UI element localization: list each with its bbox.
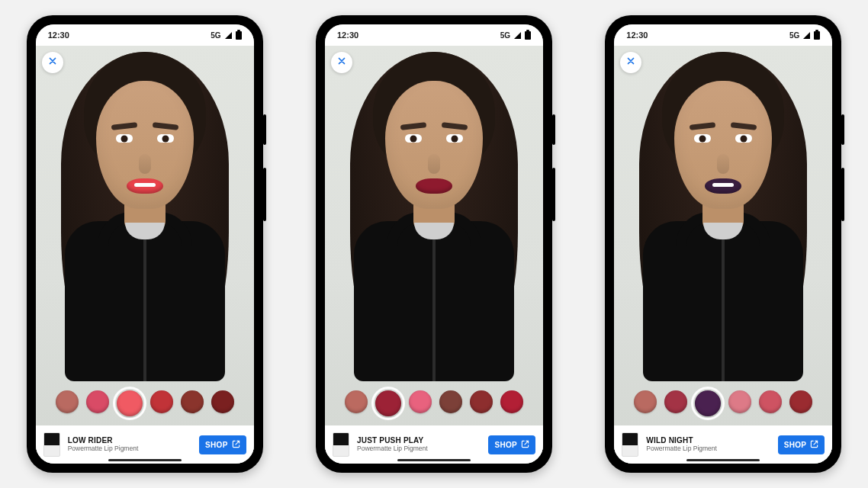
ar-camera-view: LOW RIDER Powermatte Lip Pigment SHOP — [36, 46, 254, 464]
color-swatch[interactable] — [759, 390, 782, 413]
battery-icon — [814, 31, 820, 40]
zipper — [432, 221, 436, 381]
signal-icon — [514, 32, 521, 39]
face — [96, 81, 194, 209]
battery-icon — [236, 31, 242, 40]
eye — [405, 134, 422, 143]
eyebrow — [400, 122, 427, 130]
status-bar: 12:30 5G — [325, 24, 543, 46]
color-swatch[interactable] — [181, 390, 204, 413]
eyebrow — [442, 122, 468, 130]
status-time: 12:30 — [48, 30, 69, 40]
zipper — [722, 221, 725, 381]
product-bar: JUST PUSH PLAY Powermatte Lip Pigment SH… — [325, 425, 543, 464]
product-bar: LOW RIDER Powermatte Lip Pigment SHOP — [36, 425, 254, 464]
color-swatch[interactable] — [86, 390, 109, 413]
nose — [717, 154, 729, 174]
user-portrait — [346, 49, 522, 377]
color-swatch[interactable] — [500, 390, 523, 413]
phone-side-button — [841, 168, 844, 221]
shop-button[interactable]: SHOP — [488, 435, 535, 454]
lips — [416, 178, 452, 194]
zipper — [143, 221, 146, 381]
phone-side-button — [263, 114, 266, 145]
color-swatch[interactable] — [211, 390, 234, 413]
teeth — [712, 183, 734, 187]
home-indicator[interactable] — [108, 459, 182, 461]
external-link-icon — [810, 440, 818, 450]
status-bar: 12:30 5G — [614, 24, 832, 46]
shop-button-label: SHOP — [784, 441, 807, 449]
phone-screen: 12:30 5G — [325, 24, 543, 464]
product-thumbnail — [622, 432, 638, 457]
close-icon — [336, 56, 347, 69]
phone-mockup: 12:30 5G — [605, 15, 841, 473]
home-indicator[interactable] — [397, 459, 471, 461]
color-swatch[interactable] — [409, 390, 432, 413]
status-time: 12:30 — [626, 30, 648, 40]
color-swatch[interactable] — [439, 390, 462, 413]
phone-screen: 12:30 5G — [614, 24, 832, 464]
shop-button-label: SHOP — [205, 441, 228, 449]
color-swatch[interactable] — [345, 390, 368, 413]
status-network: 5G — [789, 31, 799, 40]
eye — [116, 134, 133, 143]
shop-button[interactable]: SHOP — [778, 435, 825, 454]
eyebrow — [731, 122, 757, 130]
product-bar: WILD NIGHT Powermatte Lip Pigment SHOP — [614, 425, 832, 464]
signal-icon — [803, 32, 810, 39]
status-network: 5G — [211, 31, 220, 40]
status-bar: 12:30 5G — [36, 24, 254, 46]
color-swatch[interactable] — [664, 390, 687, 413]
external-link-icon — [521, 440, 529, 450]
product-subtitle: Powermatte Lip Pigment — [68, 445, 191, 453]
shop-button-label: SHOP — [494, 441, 517, 449]
face — [674, 81, 772, 209]
phone-side-button — [552, 168, 555, 221]
eyebrow — [111, 122, 137, 130]
product-text: WILD NIGHT Powermatte Lip Pigment — [646, 436, 770, 452]
color-swatch-row — [325, 390, 543, 416]
color-swatch[interactable] — [634, 390, 657, 413]
product-text: LOW RIDER Powermatte Lip Pigment — [68, 436, 191, 452]
shop-button[interactable]: SHOP — [199, 435, 246, 454]
nose — [428, 154, 440, 174]
eyebrow — [152, 122, 178, 130]
close-icon — [625, 56, 636, 69]
nose — [139, 154, 151, 174]
teeth — [134, 183, 156, 187]
close-icon — [47, 56, 58, 69]
battery-icon — [525, 31, 531, 40]
color-swatch[interactable] — [375, 390, 401, 416]
user-portrait — [635, 49, 811, 377]
eye — [735, 134, 752, 143]
ar-camera-view: WILD NIGHT Powermatte Lip Pigment SHOP — [614, 46, 832, 464]
eyebrow — [690, 122, 716, 130]
phone-screen: 12:30 5G — [36, 24, 254, 464]
color-swatch[interactable] — [150, 390, 173, 413]
color-swatch[interactable] — [56, 390, 79, 413]
eye — [157, 134, 174, 143]
product-thumbnail — [43, 432, 60, 457]
status-network: 5G — [500, 31, 510, 40]
phone-side-button — [263, 168, 266, 221]
product-thumbnail — [333, 432, 349, 457]
signal-icon — [225, 32, 232, 39]
color-swatch-row — [614, 390, 832, 416]
phone-side-button — [841, 114, 844, 145]
phone-mockup: 12:30 5G — [27, 15, 263, 473]
external-link-icon — [232, 440, 240, 450]
color-swatch[interactable] — [470, 390, 493, 413]
face — [385, 81, 483, 209]
phone-mockup: 12:30 5G — [316, 15, 552, 473]
home-indicator[interactable] — [686, 459, 760, 461]
color-swatch[interactable] — [728, 390, 751, 413]
color-swatch[interactable] — [789, 390, 812, 413]
product-subtitle: Powermatte Lip Pigment — [646, 445, 770, 453]
color-swatch[interactable] — [695, 390, 721, 416]
color-swatch[interactable] — [117, 390, 143, 416]
status-time: 12:30 — [337, 30, 358, 40]
user-portrait — [57, 49, 233, 377]
eye — [694, 134, 711, 143]
phone-side-button — [552, 114, 555, 145]
